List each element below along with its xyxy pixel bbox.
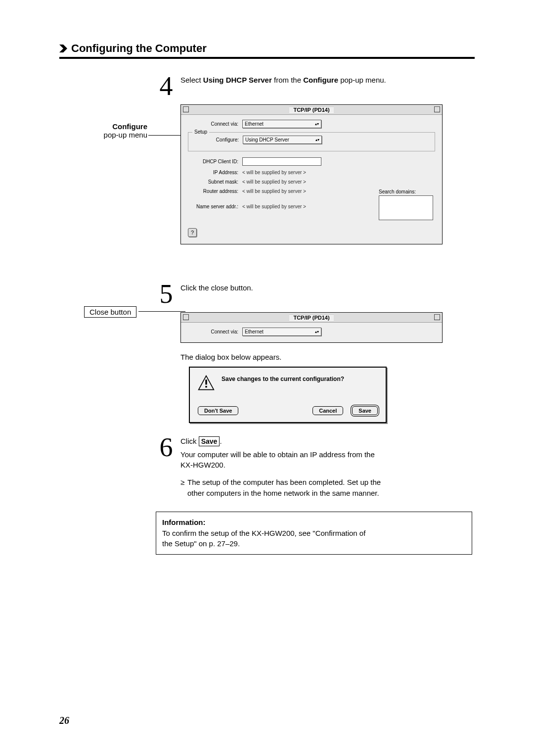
dhcp-client-input[interactable] bbox=[242, 157, 321, 166]
dialog-message: Save changes to the current configuratio… bbox=[222, 375, 344, 391]
connect-via-label: Connect via: bbox=[188, 329, 242, 334]
svg-marker-0 bbox=[59, 45, 67, 52]
info-heading: Information: bbox=[162, 518, 206, 526]
window-title: TCP/IP (PD14) bbox=[289, 107, 333, 113]
cancel-button[interactable]: Cancel bbox=[312, 406, 343, 415]
close-icon[interactable] bbox=[183, 106, 189, 112]
chevron-updown-icon: ▴▾ bbox=[315, 330, 319, 334]
configure-label: Configure: bbox=[188, 137, 243, 142]
collapse-icon[interactable] bbox=[434, 314, 440, 320]
chevron-updown-icon: ▴▾ bbox=[315, 138, 319, 142]
step4-instruction: Select Using DHCP Server from the Config… bbox=[180, 73, 386, 85]
tcpip-window: TCP/IP (PD14) Connect via: Ethernet ▴▾ S… bbox=[180, 104, 443, 244]
warning-icon bbox=[198, 375, 215, 391]
search-domains-input[interactable] bbox=[379, 195, 433, 220]
collapse-icon[interactable] bbox=[434, 106, 440, 112]
save-dialog: Save changes to the current configuratio… bbox=[189, 367, 387, 423]
router-address-value: < will be supplied by server > bbox=[242, 189, 306, 194]
dhcp-client-label: DHCP Client ID: bbox=[188, 159, 242, 164]
help-button[interactable]: ? bbox=[188, 228, 197, 237]
arrow-right-icon bbox=[59, 45, 67, 52]
connect-via-select[interactable]: Ethernet ▴▾ bbox=[242, 328, 321, 336]
step5-instruction: Click the close button. bbox=[180, 281, 253, 293]
nameserver-label: Name server addr.: bbox=[188, 204, 242, 209]
close-icon[interactable] bbox=[183, 314, 189, 320]
section-title: Configuring the Computer bbox=[71, 42, 207, 55]
connect-via-select[interactable]: Ethernet ▴▾ bbox=[242, 120, 321, 128]
information-box: Information: To confirm the setup of the… bbox=[156, 512, 472, 555]
window-title: TCP/IP (PD14) bbox=[289, 315, 333, 321]
setup-fieldset: Setup Configure: Using DHCP Server ▴▾ bbox=[188, 132, 435, 151]
page-number: 26 bbox=[59, 715, 69, 726]
close-button-callout: Close button bbox=[84, 306, 136, 318]
ip-address-label: IP Address: bbox=[188, 170, 242, 175]
subnet-mask-label: Subnet mask: bbox=[188, 179, 242, 185]
callout-line bbox=[138, 311, 185, 312]
svg-rect-2 bbox=[205, 379, 207, 384]
chevron-updown-icon: ▴▾ bbox=[315, 122, 319, 126]
configure-callout: Configure pop-up menu bbox=[98, 122, 147, 139]
save-button[interactable]: Save bbox=[352, 406, 378, 415]
nameserver-value: < will be supplied by server > bbox=[242, 204, 306, 209]
svg-rect-3 bbox=[205, 386, 207, 387]
step-number-6: 6 bbox=[156, 434, 177, 461]
bullet-note: ≥ The setup of the computer has been com… bbox=[180, 477, 472, 499]
configure-select[interactable]: Using DHCP Server ▴▾ bbox=[243, 136, 322, 144]
step6-instruction: Click Save. Your computer will be able t… bbox=[180, 434, 375, 471]
step-number-4: 4 bbox=[156, 73, 177, 99]
search-domains: Search domains: bbox=[379, 189, 433, 220]
section-header: Configuring the Computer bbox=[59, 42, 475, 59]
connect-via-label: Connect via: bbox=[188, 121, 242, 127]
router-address-label: Router address: bbox=[188, 189, 242, 194]
ip-address-value: < will be supplied by server > bbox=[242, 170, 306, 175]
step5-followup: The dialog box below appears. bbox=[180, 352, 472, 363]
step-number-5: 5 bbox=[156, 281, 177, 307]
dont-save-button[interactable]: Don't Save bbox=[198, 406, 238, 415]
save-label-boxed: Save bbox=[199, 436, 220, 446]
window-titlebar: TCP/IP (PD14) bbox=[181, 105, 442, 115]
subnet-mask-value: < will be supplied by server > bbox=[242, 179, 306, 185]
tcpip-window-small: TCP/IP (PD14) Connect via: Ethernet ▴▾ bbox=[180, 312, 443, 343]
